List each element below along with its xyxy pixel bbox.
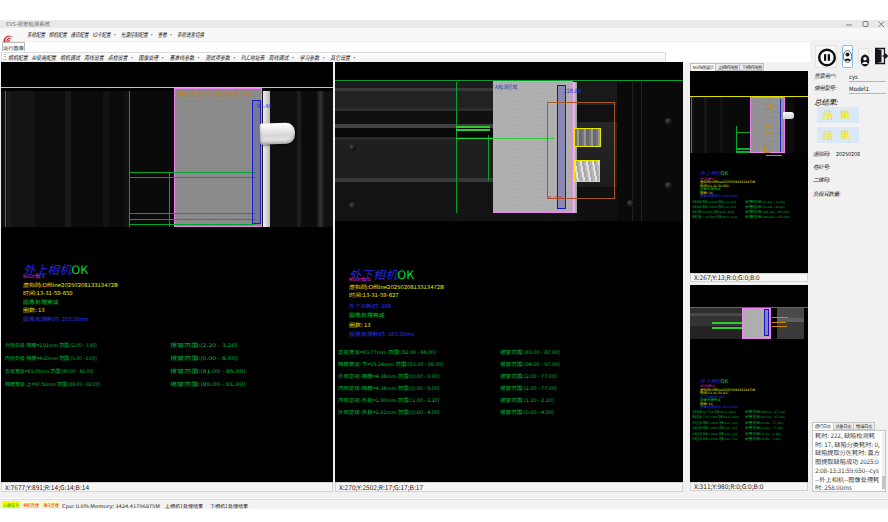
overlay-barcode: 虚拟码:Offline2025020813313472B: [23, 281, 118, 289]
camera-panel-mid[interactable]: AI检测区域728.88RL=0.00外下相机OKNG次数:0虚拟码:Offli…: [335, 62, 683, 482]
guide-green: [5, 91, 6, 227]
status-bar: 心跳信号 相机连接 通讯连接 Cpu: 0.0% Memory: 3424.41…: [0, 499, 888, 510]
toolbar-dropdown-dot: ·: [232, 53, 237, 62]
toolbar-items: 相机配置AI使用配置相机调试离线设置点检设置·图像处理·基准线参数·测试项参数·…: [8, 53, 357, 62]
log-tab-0[interactable]: 运行日志: [812, 422, 834, 430]
screw: [665, 118, 672, 125]
alarm-range: 报警范围:(94.00 - 97.00): [745, 414, 785, 419]
title-bar: [0, 20, 888, 28]
menu-item-6[interactable]: 系统语言切换: [177, 30, 204, 40]
mini-marker-label: [772, 326, 787, 327]
guide-green: [129, 213, 255, 214]
blue-marker-value: 728.88: [564, 86, 582, 95]
mid-coords-bar: X:270;Y:2502;R:17;G:17;B:17: [335, 482, 683, 492]
log-tabs: 运行日志设备日志错误日志: [812, 422, 875, 430]
blue-marker-line: [780, 99, 782, 152]
toolbar-grip: [4, 54, 6, 61]
menu-item-4[interactable]: 光源控制配置·: [121, 30, 154, 40]
menu-item-1[interactable]: 相机配置: [49, 30, 67, 40]
minimize-button[interactable]: [843, 20, 855, 28]
measurement-row: 隔膜宽度-下=95.24mm 范围:(93.00 - 98.00): [692, 414, 739, 419]
overlay-time: 时间:13-31-59-627: [349, 291, 399, 299]
menu-item-2[interactable]: 通讯配置: [71, 30, 89, 40]
toolbar-item-2[interactable]: 相机调试: [60, 53, 80, 62]
left-coords-bar: X:7677;Y:891;R:14;G:14;B:14: [1, 482, 333, 492]
menu-item-0[interactable]: 系统配置: [27, 30, 45, 40]
camera-ok-status: OK: [397, 266, 414, 282]
menu-item-5[interactable]: 查看·: [158, 30, 173, 40]
camera-panel-left[interactable]: 静态阈值:93, 动态阈值:10093.48外上相机OKNG次数:1虚拟码:Of…: [1, 62, 333, 482]
tab-marker-rect: [574, 160, 600, 182]
measurement-row: 正极宽度=83.77mm 范围:(82.00 - 88.00): [338, 348, 436, 355]
operator-button[interactable]: [858, 48, 869, 64]
alarm-range: 报警范围:(94.00 - 97.00): [500, 360, 560, 367]
toolbar-item-0[interactable]: 相机配置: [8, 53, 28, 62]
camera-ok-status: OK: [71, 261, 88, 277]
maximize-button[interactable]: [859, 20, 871, 28]
blue-marker-rect: [252, 100, 261, 224]
model-label: 使用型号:: [814, 84, 835, 92]
mini-marker-label: [772, 322, 786, 323]
preview-tab-0[interactable]: NG残图显示: [690, 63, 716, 71]
measurement-row: 外侧正极-隔膜=4.38mm 范围:(0.00 - 9.00): [338, 372, 440, 379]
toolbar-item-8[interactable]: PLC地址表: [241, 53, 265, 62]
baseline-yellow: [690, 96, 808, 97]
brown-marker-rect: [547, 102, 615, 199]
toolbar-item-3[interactable]: 离线设置: [84, 53, 104, 62]
overlay-status-done: 图像处理完成: [349, 311, 385, 319]
camera-ok-status: OK: [721, 377, 728, 384]
toolbar-dropdown-dot: ·: [290, 53, 295, 62]
alarm-range: 报警范围:(2.00 - 77.00): [745, 425, 783, 430]
lower-camera-status: 下相机1处理结果: [210, 502, 248, 509]
overlay-time: 时间:13-31-59-650: [23, 289, 73, 297]
guide-green: [488, 135, 489, 181]
menu-dropdown-dot: ·: [150, 30, 155, 39]
preview-panel-bottom[interactable]: 外下相机OKNG次数:0虚拟码:Offline2025020813313472B…: [690, 285, 808, 482]
toolbar-item-9[interactable]: 离线调试·: [269, 53, 296, 62]
close-button[interactable]: [875, 20, 887, 28]
exit-button[interactable]: [873, 46, 888, 66]
preview-tab-1[interactable]: 上相机残图: [716, 63, 740, 71]
measurement-row: 内侧正极-隔膜=4.38mm 范围:(0.00 - 9.00): [338, 384, 440, 391]
alarm-range: 报警范围:(83.00 - 87.00): [500, 348, 560, 355]
result-box-2: 结 果: [817, 127, 859, 143]
pause-button[interactable]: [815, 45, 837, 68]
preview-panel-top[interactable]: 外上相机OKNG次数:1虚拟码:Offline2025020813313472B…: [690, 71, 808, 274]
overlay-status-done: 图像处理完成: [23, 298, 59, 306]
log-tab-1[interactable]: 设备日志: [834, 422, 855, 430]
preview-tab-2[interactable]: 下相机残图: [740, 63, 764, 71]
guide-green: [736, 151, 750, 153]
toolbar-item-7[interactable]: 测试项参数·: [205, 53, 237, 62]
model-value-field[interactable]: Model1: [849, 84, 886, 94]
result-box-1: 结 果: [817, 107, 859, 123]
toolbar-item-4[interactable]: 点检设置·: [108, 53, 135, 62]
guide-green: [456, 129, 490, 131]
toolbar-dropdown-dot: ·: [130, 53, 135, 62]
measurement-row: 外侧正极-隔膜=4.38mm 范围:(0.00 - 9.00): [692, 420, 738, 425]
alarm-range: 报警范围:(89.00 - 91.00): [745, 214, 790, 219]
qr-label: 二维码:: [813, 176, 829, 184]
toolbar-item-6[interactable]: 基准线参数·: [169, 53, 201, 62]
overlay-turns: 圈数: 13: [349, 321, 371, 329]
guide-green: [736, 132, 750, 133]
toolbar-item-1[interactable]: AI使用配置: [32, 53, 56, 62]
menu-dropdown-dot: ·: [112, 30, 117, 39]
login-value-field[interactable]: cys: [849, 72, 886, 82]
camera-ok-status: OK: [721, 169, 728, 176]
toolbar-item-11[interactable]: 其它设置·: [330, 53, 357, 62]
toolbar-item-5[interactable]: 图像处理·: [139, 53, 166, 62]
camera-image: [1, 91, 333, 227]
toolbar-dropdown-dot: ·: [352, 53, 357, 62]
alarm-range: 报警范围:(0.00 - 8.00): [170, 354, 238, 361]
log-scrollbar[interactable]: [882, 432, 885, 490]
alarm-range: 报警范围:(89.00 - 91.00): [170, 380, 246, 387]
menu-item-3[interactable]: IO卡配置·: [92, 30, 117, 40]
log-tab-2[interactable]: 错误日志: [854, 422, 875, 430]
toolbar-item-10[interactable]: 学习参数·: [299, 53, 326, 62]
log-scroll-thumb[interactable]: [882, 476, 885, 489]
measurement-row: 隔膜宽度-上=90.56mm 范围:(88.00 - 92.00): [692, 214, 738, 219]
measurement-row: 外侧正极-负极=2.61mm 范围:(0.60 - 4.00): [338, 408, 440, 415]
tab-run-image[interactable]: 运行图像: [2, 42, 25, 51]
login-user-button[interactable]: [842, 45, 853, 68]
guide-green: [129, 177, 255, 178]
